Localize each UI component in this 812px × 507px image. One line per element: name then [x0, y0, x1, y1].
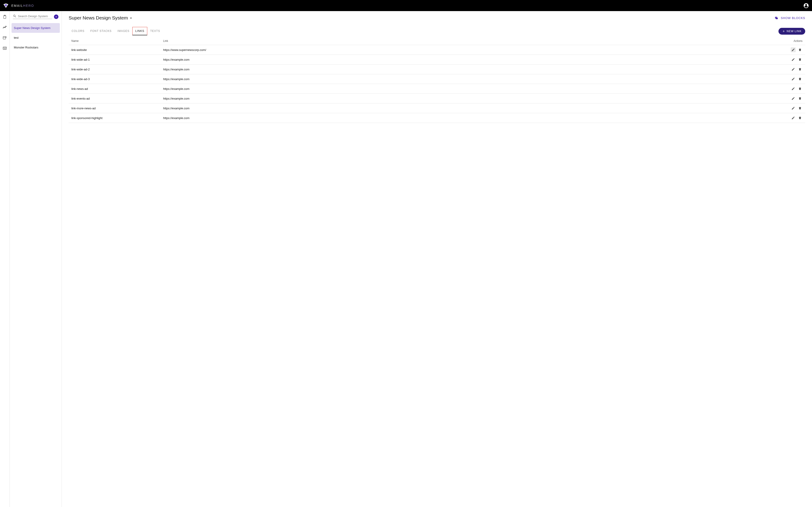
table-header: Name Link Actions [69, 37, 805, 45]
edit-button[interactable] [791, 115, 796, 120]
search-input[interactable] [18, 14, 52, 18]
th-link: Link [163, 39, 784, 43]
cell-link: https://example.com [163, 58, 784, 61]
cell-name: link-sponsored-highlight [71, 116, 163, 120]
edit-button[interactable] [791, 86, 796, 91]
trash-icon [798, 97, 802, 100]
trash-icon [798, 116, 802, 120]
sidebar: Super News Design SystemtestMonster Rock… [10, 11, 62, 507]
tab-links[interactable]: LINKS [132, 27, 147, 35]
table-body: link-websitehttps://www.supernewscorp.co… [69, 45, 805, 123]
trash-icon [798, 87, 802, 91]
delete-button[interactable] [798, 76, 803, 81]
pencil-icon [792, 58, 795, 61]
edit-button[interactable] [791, 76, 796, 81]
delete-button[interactable] [798, 96, 803, 101]
delete-button[interactable] [798, 57, 803, 62]
links-table: Name Link Actions link-websitehttps://ww… [69, 37, 805, 123]
pencil-icon [792, 77, 795, 81]
rail-item-grid[interactable] [2, 46, 7, 51]
cell-name: link-wide-ad-1 [71, 58, 163, 61]
delete-button[interactable] [798, 106, 803, 111]
tabs-row: COLORSFONT STACKSIMAGESLINKSTEXTS NEW LI… [69, 27, 805, 35]
cell-link: https://example.com [163, 116, 784, 120]
svg-point-4 [5, 26, 6, 26]
new-design-system-button[interactable] [54, 14, 58, 19]
brand-text-part2: HERO [23, 4, 34, 7]
brand-logo-icon [3, 2, 9, 9]
delete-button[interactable] [798, 67, 803, 72]
trash-icon [798, 67, 802, 71]
tabs: COLORSFONT STACKSIMAGESLINKSTEXTS [69, 27, 163, 35]
svg-rect-5 [3, 37, 6, 39]
edit-button[interactable] [791, 106, 796, 111]
cell-name: link-events-ad [71, 97, 163, 100]
cell-link: https://example.com [163, 107, 784, 110]
account-button[interactable] [803, 2, 809, 9]
edit-button[interactable] [791, 67, 796, 72]
cell-actions [784, 67, 803, 72]
cell-actions [784, 106, 803, 111]
rail-item-add-block[interactable] [2, 35, 7, 41]
brand[interactable]: EMAIL HERO [3, 2, 34, 9]
delete-button[interactable] [798, 47, 803, 52]
cell-actions [784, 86, 803, 91]
th-actions: Actions [784, 39, 803, 43]
brand-text: EMAIL HERO [11, 4, 34, 7]
table-row: link-events-adhttps://example.com [69, 94, 805, 103]
pencil-icon [792, 67, 795, 71]
table-row: link-wide-ad-3https://example.com [69, 74, 805, 84]
caret-down-icon [130, 18, 132, 19]
design-system-list: Super News Design SystemtestMonster Rock… [11, 23, 60, 52]
brand-text-part1: EMAIL [11, 4, 23, 7]
sidebar-item[interactable]: Monster Rockstars [11, 43, 60, 52]
new-link-label: NEW LINK [786, 30, 802, 33]
cell-name: link-website [71, 48, 163, 52]
trash-icon [798, 106, 802, 110]
pencil-icon [792, 87, 795, 91]
search-wrap [13, 14, 52, 19]
tab-font-stacks[interactable]: FONT STACKS [88, 27, 115, 35]
title-dropdown[interactable]: Super News Design System [69, 15, 132, 20]
cell-link: https://example.com [163, 68, 784, 71]
edit-button[interactable] [791, 96, 796, 101]
trash-icon [798, 48, 802, 52]
page-title: Super News Design System [69, 15, 128, 20]
rail-item-clipboard[interactable] [2, 14, 7, 20]
pencil-icon [792, 116, 795, 120]
cell-actions [784, 76, 803, 81]
svg-rect-14 [776, 18, 778, 19]
cell-name: link-wide-ad-3 [71, 77, 163, 81]
search-row [11, 14, 60, 19]
svg-rect-9 [3, 47, 7, 50]
edit-button[interactable] [791, 57, 796, 62]
delete-button[interactable] [798, 115, 803, 120]
tab-colors[interactable]: COLORS [69, 27, 88, 35]
sidebar-item[interactable]: Super News Design System [11, 23, 60, 33]
show-blocks-button[interactable]: SHOW BLOCKS [774, 16, 805, 20]
cell-name: link-more-news-ad [71, 107, 163, 110]
table-row: link-news-adhttps://example.com [69, 84, 805, 94]
search-icon [13, 14, 16, 18]
cell-actions [784, 57, 803, 62]
delete-button[interactable] [798, 86, 803, 91]
trash-icon [798, 77, 802, 81]
cell-link: https://www.supernewscorp.com/ [163, 48, 784, 52]
rail-item-design[interactable] [2, 25, 7, 30]
cell-actions [784, 115, 803, 120]
tab-images[interactable]: IMAGES [115, 27, 133, 35]
th-name: Name [71, 39, 163, 43]
tab-texts[interactable]: TEXTS [147, 27, 163, 35]
table-row: link-websitehttps://www.supernewscorp.co… [69, 45, 805, 55]
edit-button[interactable] [791, 47, 796, 52]
topbar: EMAIL HERO [0, 0, 812, 11]
pencil-icon [792, 97, 795, 100]
cell-link: https://example.com [163, 87, 784, 91]
cell-actions [784, 47, 803, 52]
cell-link: https://example.com [163, 97, 784, 100]
sidebar-item[interactable]: test [11, 33, 60, 43]
trash-icon [798, 58, 802, 61]
table-row: link-sponsored-highlighthttps://example.… [69, 113, 805, 123]
icon-rail [0, 11, 10, 507]
new-link-button[interactable]: NEW LINK [778, 28, 805, 35]
